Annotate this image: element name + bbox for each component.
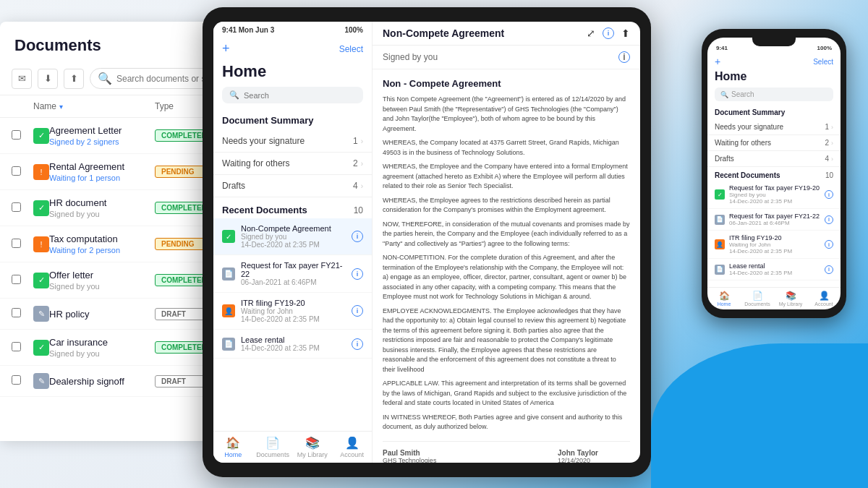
phone-tab-documents[interactable]: 📄Documents [741,291,774,307]
tablet-arrows-icon[interactable]: ⤢ [587,27,595,39]
tablet-add-btn[interactable]: + [222,41,230,56]
list-item[interactable]: 👤 ITR filing FY19-20 Waiting for John 14… [213,293,372,330]
phone-recent-icon: 👤 [715,239,725,249]
phone-recent-date: 14-Dec-2020 at 2:35 PM [729,248,820,254]
doc-name: Car insurance [49,337,155,348]
recent-info-btn[interactable]: i [352,268,363,280]
doc-paragraph: IN WITNESS WHEREOF, Both Parties agree a… [383,413,630,432]
tablet-status-bar: 9:41 Mon Jun 3 100% [213,22,372,38]
doc-name: Rental Agreement [49,161,155,172]
recent-name: Non-Compete Agreement [241,224,346,233]
recent-info-btn[interactable]: i [352,338,363,350]
recent-name: Lease rental [241,335,346,344]
recent-name: ITR filing FY19-20 [241,299,346,307]
phone-info-btn[interactable]: i [825,190,833,199]
recent-sub: Signed by you [241,233,346,241]
recent-info-btn[interactable]: i [352,305,363,317]
phone-recent-date: 06-Jan-2021 at 6:46PM [729,220,820,226]
doc-type-icon: ✓ [33,128,49,144]
phone-summary-right: 2 › [825,139,833,147]
phone-list-item[interactable]: 👤 ITR filing FY19-20 Waiting for John 14… [707,231,841,259]
phone-summary-item[interactable]: Waiting for others 2 › [707,135,841,151]
doc-view-title: Non-Compete Agreement [383,27,504,39]
phone-notch [752,38,796,46]
recent-name: Request for Tax payer FY21-22 [241,261,346,278]
phone-select-btn[interactable]: Select [813,58,833,66]
phone-time: 9:41 [716,45,728,51]
tablet-recent-title: Recent Documents [222,205,307,215]
phone-summary-item[interactable]: Needs your signature 1 › [707,119,841,135]
phone-recent-info: Request for Tax payer FY21-22 06-Jan-202… [729,213,820,226]
doc-view-sub: Signed by you i [373,46,640,69]
tablet-select-btn[interactable]: Select [339,44,363,54]
phone-search-icon: 🔍 [720,91,728,98]
phone-recent-info: Request for Tax payer FY19-20 Signed by … [729,184,820,205]
phone-summary-item[interactable]: Drafts 4 › [707,151,841,167]
doc-name: HR document [49,197,155,208]
tablet-battery: 100% [344,26,363,34]
doc-type-icon: ✓ [33,340,49,356]
upload-icon[interactable]: ⬆ [64,69,84,89]
summary-label: Waiting for others [222,158,290,168]
summary-item[interactable]: Drafts 4 › [213,175,372,197]
list-item[interactable]: ✓ Non-Compete Agreement Signed by you 14… [213,218,372,255]
phone-search-box: 🔍 Search [715,87,833,101]
row-checkbox[interactable] [12,129,33,142]
tab-label: Home [224,451,242,458]
phone-tab-account[interactable]: 👤Account [807,291,841,307]
doc-sub: Signed by you [49,349,155,358]
row-checkbox[interactable] [12,166,33,179]
tab-documents[interactable]: 📄Documents [253,436,293,458]
list-item[interactable]: 📄 Lease rental 14-Dec-2020 at 2:35 PM i [213,330,372,359]
phone-frame: 9:41 100% + Select Home 🔍 Search Documen… [702,29,846,318]
share-icon[interactable]: ⬆ [621,27,630,39]
list-item[interactable]: 📄 Request for Tax payer FY21-22 06-Jan-2… [213,255,372,293]
phone-list-item[interactable]: 📄 Request for Tax payer FY21-22 06-Jan-2… [707,209,841,231]
tab-account[interactable]: 👤Account [332,436,372,458]
phone-list-item[interactable]: 📄 Lease rental 14-Dec-2020 at 2:35 PM i [707,259,841,281]
phone-tab-label: My Library [779,301,803,307]
row-checkbox[interactable] [12,202,33,215]
doc-info-btn[interactable]: i [603,27,614,39]
tab-my-library[interactable]: 📚My Library [293,436,333,458]
tab-icon: 📚 [305,436,320,450]
phone-summary-right: 1 › [825,123,833,131]
phone-recent-date: 14-Dec-2020 at 2:35 PM [729,270,820,276]
tablet-home-panel: 9:41 Mon Jun 3 100% + Select Home 🔍 Docu… [213,22,373,463]
phone-recent-info: Lease rental 14-Dec-2020 at 2:35 PM [729,262,820,276]
tablet-search-input[interactable] [244,91,344,100]
sig-block-1: Paul Smith GHS Technologies 12/14/2020 S… [383,449,455,463]
doc-paragraph: WHEREAS, the Employee agrees to the rest… [383,196,630,215]
summary-item[interactable]: Waiting for others 2 › [213,153,372,175]
email-icon[interactable]: ✉ [12,69,32,89]
phone-recent-date: 14-Dec-2020 at 2:35 PM [729,198,820,205]
tab-home[interactable]: 🏠Home [213,436,253,458]
doc-info: Rental Agreement Waiting for 1 person [49,161,155,182]
doc-paragraph: WHEREAS, the Company located at 4375 Gar… [383,138,630,158]
tab-label: Account [340,451,364,458]
summary-label: Needs your signature [222,136,305,146]
phone-recent-list: ✓ Request for Tax payer FY19-20 Signed b… [707,181,841,281]
recent-info-btn[interactable]: i [352,231,363,242]
phone-add-btn[interactable]: + [715,56,720,67]
row-checkbox[interactable] [12,307,33,320]
phone-info-btn[interactable]: i [825,265,833,274]
phone-tab-icon: 👤 [819,291,830,301]
phone-info-btn[interactable]: i [825,215,833,224]
row-checkbox[interactable] [12,238,33,251]
phone-list-item[interactable]: ✓ Request for Tax payer FY19-20 Signed b… [707,181,841,209]
doc-info: Dealership signoff [49,376,155,387]
phone-tab-my-library[interactable]: 📚My Library [774,291,807,307]
summary-item[interactable]: Needs your signature 1 › [213,130,372,153]
row-checkbox[interactable] [12,374,33,388]
tab-icon: 📄 [265,436,280,450]
doc-paragraph: EMPLOYEE ACKNOWLEDGMENTS. The Employee a… [383,307,630,375]
tablet-tab-bar: 🏠Home📄Documents📚My Library👤Account [213,431,372,463]
phone-info-btn[interactable]: i [825,240,833,249]
row-checkbox[interactable] [12,274,33,287]
row-checkbox[interactable] [12,341,33,354]
doc-sub-info-btn[interactable]: i [618,51,630,63]
phone-tab-home[interactable]: 🏠Home [707,291,741,307]
download-icon[interactable]: ⬇ [38,69,58,89]
phone-recent-sub: Waiting for John [729,241,820,248]
